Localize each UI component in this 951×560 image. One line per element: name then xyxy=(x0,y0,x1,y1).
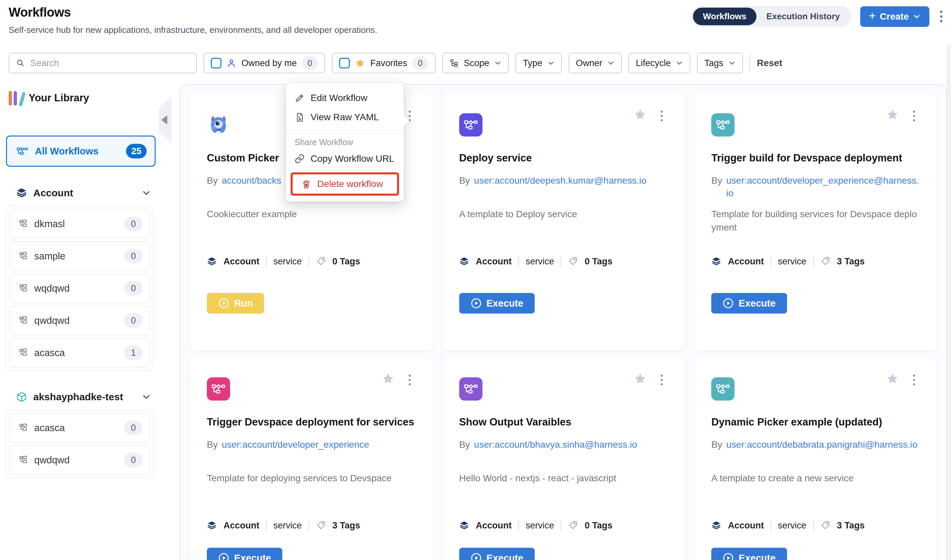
reset-filters-link[interactable]: Reset xyxy=(757,58,782,68)
sidebar-item-all-workflows[interactable]: All Workflows 25 xyxy=(6,135,156,167)
lifecycle-dropdown[interactable]: Lifecycle xyxy=(628,53,690,74)
create-button[interactable]: + Create xyxy=(860,6,929,27)
chevron-down-icon xyxy=(142,392,151,402)
tag-icon xyxy=(316,520,326,531)
sidebar-item-dkmasl[interactable]: dkmasl 0 xyxy=(9,209,151,239)
workflow-tree-icon xyxy=(19,423,29,433)
scope-hierarchy-icon xyxy=(449,58,459,68)
layers-icon xyxy=(207,257,217,266)
item-count-badge: 0 xyxy=(124,281,143,295)
owner-link[interactable]: account/backs xyxy=(222,174,281,208)
card-tags: 0 Tags xyxy=(585,257,613,267)
cube-icon xyxy=(16,391,27,403)
sidebar-section-account[interactable]: Account xyxy=(16,187,151,198)
document-icon xyxy=(295,112,304,122)
card-tags: 3 Tags xyxy=(332,520,360,531)
favorite-star-icon[interactable] xyxy=(633,372,647,387)
owner-link[interactable]: user:account/debabrata.panigrahi@harness… xyxy=(726,438,917,472)
card-byline: By user:account/deepesh.kumar@harness.io xyxy=(459,174,668,208)
owner-dropdown[interactable]: Owner xyxy=(569,53,622,74)
card-type: service xyxy=(273,520,302,531)
favorite-star-icon[interactable] xyxy=(633,108,647,123)
menu-item-view-raw-yaml[interactable]: View Raw YAML xyxy=(286,108,404,127)
card-byline: By user:account/debabrata.panigrahi@harn… xyxy=(711,438,920,472)
execute-button[interactable]: Execute xyxy=(459,293,535,314)
item-count-badge: 0 xyxy=(124,453,143,467)
search-input[interactable] xyxy=(31,58,190,68)
card-type: service xyxy=(778,257,806,267)
tags-dropdown[interactable]: Tags xyxy=(697,53,743,74)
owned-by-me-filter[interactable]: Owned by me 0 xyxy=(204,53,325,74)
favorites-filter[interactable]: Favorites 0 xyxy=(332,53,435,74)
sidebar-item-label: dkmasl xyxy=(34,218,65,229)
owner-link[interactable]: user:account/bhavya.sinha@harness.io xyxy=(474,438,637,472)
tag-icon xyxy=(316,257,326,266)
workflow-flowchart-icon xyxy=(459,113,482,137)
item-count-badge: 0 xyxy=(124,217,143,231)
card-description: Cookiecutter example xyxy=(207,208,415,256)
sidebar-item-wqdqwd[interactable]: wqdqwd 0 xyxy=(9,273,151,303)
by-label: By xyxy=(711,174,722,208)
favorites-checkbox[interactable] xyxy=(339,58,350,68)
favorite-star-icon[interactable] xyxy=(886,108,899,123)
card-type: service xyxy=(526,257,554,267)
favorites-label: Favorites xyxy=(371,58,408,68)
sidebar-item-sample[interactable]: sample 0 xyxy=(9,241,151,271)
card-scope: Account xyxy=(476,520,512,531)
delete-highlight-annotation: Delete workflow xyxy=(290,172,399,195)
tab-workflows[interactable]: Workflows xyxy=(693,8,756,25)
owner-link[interactable]: user:account/deepesh.kumar@harness.io xyxy=(474,174,647,208)
library-logo-icon xyxy=(9,90,22,106)
execute-button[interactable]: Execute xyxy=(207,548,282,560)
workflow-card-trigger-build: Trigger build for Devspace deployment By… xyxy=(695,93,936,351)
item-count-badge: 0 xyxy=(124,249,143,263)
sidebar-section-akshayphadke-test[interactable]: akshayphadke-test xyxy=(16,391,151,403)
by-label: By xyxy=(459,174,470,208)
type-dropdown[interactable]: Type xyxy=(516,53,562,74)
favorite-star-icon[interactable] xyxy=(886,372,899,387)
scope-dropdown[interactable]: Scope xyxy=(442,53,509,74)
sidebar-item-qwdqwd[interactable]: qwdqwd 0 xyxy=(9,445,151,475)
execute-button[interactable]: Execute xyxy=(711,548,787,560)
scrollbar-gutter[interactable] xyxy=(947,45,951,560)
owned-by-me-checkbox[interactable] xyxy=(211,58,221,68)
workflow-card-dynamic-picker: Dynamic Picker example (updated) By user… xyxy=(695,357,936,560)
sidebar-item-label: qwdqwd xyxy=(34,455,69,466)
chevron-down-icon xyxy=(913,12,921,21)
execute-button[interactable]: Execute xyxy=(459,548,535,560)
header-kebab-menu-icon[interactable] xyxy=(938,9,944,24)
card-description: Hello World - nextjs - react - javascrip… xyxy=(459,472,668,520)
menu-item-edit-workflow[interactable]: Edit Workflow xyxy=(286,88,404,108)
owner-link[interactable]: user:account/developer_experience xyxy=(222,438,369,472)
card-tags: 3 Tags xyxy=(837,257,865,267)
card-kebab-menu-icon[interactable] xyxy=(659,109,665,123)
workflow-flowchart-icon xyxy=(711,113,735,137)
menu-item-delete-workflow[interactable]: Delete workflow xyxy=(293,174,397,194)
owned-by-me-count: 0 xyxy=(302,57,318,70)
workflow-tree-icon xyxy=(19,251,29,261)
card-scope: Account xyxy=(476,257,512,267)
all-workflows-label: All Workflows xyxy=(35,146,99,157)
owner-dropdown-label: Owner xyxy=(576,58,602,68)
sidebar-item-qwdqwd[interactable]: qwdqwd 0 xyxy=(9,306,151,335)
menu-section-share-workflow: Share Workflow xyxy=(286,134,404,149)
card-kebab-menu-icon[interactable] xyxy=(659,373,665,387)
sidebar-item-acasca[interactable]: acasca 0 xyxy=(9,413,151,443)
menu-item-copy-workflow-url[interactable]: Copy Workflow URL xyxy=(286,149,404,168)
card-kebab-menu-icon[interactable] xyxy=(407,373,413,387)
owner-link[interactable]: user:account/developer_experience@harnes… xyxy=(726,174,920,208)
layers-icon xyxy=(711,257,721,266)
card-kebab-menu-icon[interactable] xyxy=(911,109,917,123)
sidebar-item-acasca[interactable]: acasca 1 xyxy=(9,338,151,368)
account-items-group: dkmasl 0 sample 0 wqdqwd 0 qwdqwd 0 acas… xyxy=(6,206,154,371)
tab-execution-history[interactable]: Execution History xyxy=(756,8,850,25)
run-button[interactable]: Run xyxy=(207,293,264,314)
star-icon xyxy=(355,58,366,68)
tag-icon xyxy=(820,520,830,531)
tag-icon xyxy=(568,520,578,531)
favorite-star-icon[interactable] xyxy=(381,372,395,387)
workflow-tree-icon xyxy=(19,348,29,358)
item-count-badge: 0 xyxy=(124,420,143,435)
card-kebab-menu-icon[interactable] xyxy=(911,373,917,387)
execute-button[interactable]: Execute xyxy=(711,293,787,314)
